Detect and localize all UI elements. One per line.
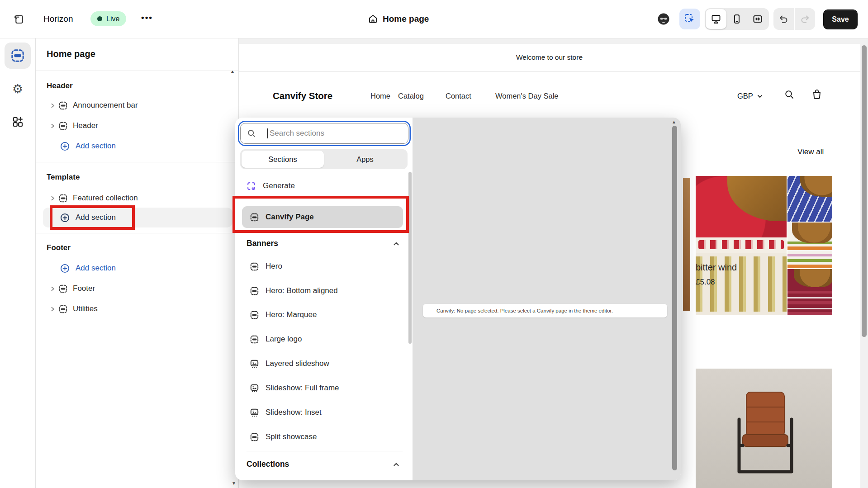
panel-scroll-up-arrow[interactable]: ▲	[230, 69, 235, 74]
section-icon	[250, 335, 259, 344]
picker-item-split-showcase[interactable]: Split showcase	[250, 427, 317, 447]
text-caret	[267, 128, 268, 138]
tree-item-header[interactable]: Header	[50, 117, 98, 135]
current-page-title[interactable]: Home page	[383, 14, 429, 24]
undo-icon	[778, 14, 789, 24]
sections-icon	[11, 49, 24, 62]
nav-catalog[interactable]: Catalog	[398, 92, 424, 100]
tab-apps-label: Apps	[356, 155, 374, 164]
picker-item-slideshow-inset[interactable]: Slideshow: Inset	[250, 403, 322, 422]
save-label: Save	[832, 15, 849, 24]
editor-rail: ⚙	[0, 38, 36, 488]
add-section-label: Add section	[76, 264, 116, 273]
chevron-right-icon	[50, 103, 56, 109]
nav-contact[interactable]: Contact	[446, 92, 471, 100]
live-dot-icon	[97, 16, 102, 21]
preview-scrollbar[interactable]	[860, 44, 868, 488]
save-button[interactable]: Save	[823, 9, 858, 29]
picker-item-slideshow-full-frame[interactable]: Slideshow: Full frame	[250, 378, 339, 398]
inspect-select-tool-button[interactable]	[679, 9, 700, 29]
add-section-header-link[interactable]: Add section	[60, 137, 116, 155]
picker-item-label: Slideshow: Inset	[266, 408, 322, 417]
select-cursor-icon	[684, 13, 696, 25]
desktop-view-button[interactable]	[706, 9, 726, 29]
picker-item-label: Slideshow: Full frame	[266, 384, 339, 393]
pane-scroll-up-arrow[interactable]: ▲	[672, 120, 676, 124]
canvify-preview-message: Canvify: No page selected. Please select…	[423, 304, 667, 317]
tree-item-utilities[interactable]: Utilities	[50, 300, 98, 318]
add-section-footer-link[interactable]: Add section	[60, 259, 116, 277]
tree-item-footer[interactable]: Footer	[50, 280, 95, 298]
section-search-input[interactable]: Search sections	[240, 123, 408, 144]
collections-group-header[interactable]: Collections	[247, 460, 289, 469]
announcement-divider	[238, 71, 860, 72]
picker-item-hero-marquee[interactable]: Hero: Marquee	[250, 305, 317, 325]
plus-circle-icon	[60, 142, 70, 151]
rail-apps-button[interactable]	[5, 109, 31, 135]
tree-item-label: Header	[73, 121, 98, 130]
section-icon	[59, 194, 67, 203]
picker-item-large-logo[interactable]: Large logo	[250, 329, 302, 349]
chevron-up-icon[interactable]	[393, 461, 400, 468]
home-icon	[367, 13, 379, 24]
chevron-up-icon[interactable]	[393, 240, 400, 247]
currency-label: GBP	[737, 92, 753, 100]
slideshow-icon	[250, 360, 259, 368]
nav-womens-day-sale[interactable]: Women's Day Sale	[495, 92, 559, 100]
chevron-right-icon	[50, 286, 56, 292]
preview-scrollbar-thumb[interactable]	[862, 45, 867, 337]
rail-sections-button[interactable]	[5, 43, 31, 69]
redo-button[interactable]	[795, 8, 815, 30]
fullwidth-view-button[interactable]	[747, 9, 768, 29]
picker-item-hero-bottom[interactable]: Hero: Bottom aligned	[250, 281, 338, 301]
tab-apps[interactable]: Apps	[324, 151, 406, 168]
picker-item-label: Hero	[266, 262, 282, 271]
picker-item-hero[interactable]: Hero	[250, 256, 282, 276]
gear-icon: ⚙	[12, 83, 23, 95]
picker-item-layered-slideshow[interactable]: Layered slideshow	[250, 354, 329, 374]
generate-sparkle-icon	[247, 181, 256, 191]
tree-item-label: Featured collection	[73, 194, 138, 203]
section-icon	[59, 305, 67, 313]
rail-settings-button[interactable]: ⚙	[5, 76, 31, 102]
banners-group-header[interactable]: Banners	[247, 239, 278, 248]
section-icon	[250, 433, 259, 441]
panel-title: Home page	[47, 49, 95, 59]
dots-icon: •••	[141, 13, 153, 22]
more-actions-button[interactable]: •••	[141, 13, 153, 23]
tree-item-announcement-bar[interactable]: Announcement bar	[50, 96, 138, 114]
generate-item[interactable]: Generate	[247, 176, 295, 196]
store-name[interactable]: Canvify Store	[273, 90, 332, 101]
tree-item-featured-collection[interactable]: Featured collection	[50, 189, 138, 207]
product-price: £5.08	[696, 278, 715, 287]
preview-avatar-icon[interactable]	[657, 12, 670, 26]
picker-item-label: Hero: Bottom aligned	[266, 286, 338, 295]
storefront-search-icon[interactable]	[784, 89, 795, 100]
search-placeholder: Search sections	[270, 129, 324, 138]
nav-home[interactable]: Home	[370, 92, 390, 100]
section-icon	[250, 262, 259, 271]
product-image-chair[interactable]	[696, 369, 832, 488]
undo-button[interactable]	[773, 8, 794, 30]
section-icon	[59, 284, 67, 293]
chevron-right-icon	[50, 123, 56, 129]
desktop-icon	[711, 14, 721, 24]
view-all-link[interactable]: View all	[797, 147, 824, 156]
currency-selector[interactable]: GBP	[737, 92, 763, 100]
pane-scrollbar-thumb[interactable]	[672, 126, 677, 470]
section-picker-popup: Search sections Sections Apps Generate C…	[235, 118, 681, 480]
annotation-box-add-section	[50, 205, 135, 230]
product-image-partial[interactable]	[683, 178, 690, 311]
product-image-bitter-wind[interactable]	[696, 176, 832, 315]
exit-editor-button[interactable]	[10, 10, 28, 28]
section-icon	[59, 101, 67, 110]
tab-sections[interactable]: Sections	[242, 151, 324, 168]
product-name[interactable]: bitter wind	[696, 262, 737, 273]
picker-list-scrollbar-thumb[interactable]	[408, 172, 412, 344]
panel-scroll-down-arrow[interactable]: ▼	[232, 481, 236, 486]
mobile-view-button[interactable]	[726, 9, 747, 29]
slideshow-icon	[250, 384, 259, 393]
cart-bag-icon[interactable]	[811, 88, 823, 100]
generate-label: Generate	[263, 181, 295, 190]
theme-editor-window: Welcome to our store Canvify Store Home …	[0, 0, 868, 488]
